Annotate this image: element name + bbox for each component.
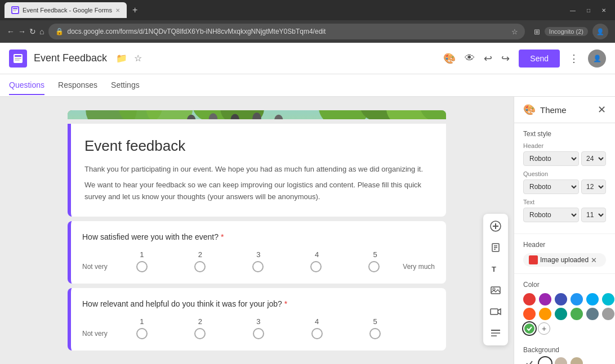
color-swatch-blue[interactable] — [571, 293, 583, 305]
color-swatch-light-blue[interactable] — [586, 293, 599, 305]
radio-2-2[interactable] — [194, 328, 206, 339]
back-button[interactable]: ← — [7, 27, 15, 36]
add-video-button[interactable] — [485, 302, 506, 322]
radio-1-2[interactable] — [194, 261, 206, 272]
extensions-icon[interactable]: ⊞ — [534, 28, 540, 36]
import-questions-button[interactable] — [485, 237, 506, 258]
color-section: Color + — [514, 274, 615, 341]
incognito-badge: Incognito (2) — [545, 27, 588, 36]
question-card-1: How satisfied were you with the event? *… — [68, 221, 446, 284]
text-style-label: Text style — [523, 130, 606, 138]
add-question-button[interactable] — [485, 216, 506, 236]
tab-close-btn[interactable]: ✕ — [115, 7, 120, 14]
header-font-label: Header — [523, 142, 606, 149]
form-description-2: We want to hear your feedback so we can … — [84, 179, 433, 203]
tab-favicon — [11, 6, 19, 14]
close-window-button[interactable]: ✕ — [597, 6, 610, 15]
redo-icon[interactable]: ↪ — [501, 52, 510, 65]
radio-2-1[interactable] — [136, 328, 148, 339]
bg-swatch-beige[interactable] — [555, 357, 567, 364]
color-swatch-deep-orange[interactable] — [523, 308, 536, 320]
radio-2-3[interactable] — [253, 328, 264, 339]
tab-title: Event Feedback - Google Forms — [23, 7, 112, 14]
text-font-label: Text — [523, 199, 606, 205]
toolbar: T — [483, 214, 508, 345]
send-button[interactable]: Send — [519, 50, 560, 68]
add-section-button[interactable] — [485, 323, 506, 343]
forms-logo-icon — [12, 53, 24, 64]
scale-num-1: 1 — [131, 250, 153, 259]
scale-label-low-2: Not very — [82, 330, 113, 338]
add-custom-color-button[interactable]: + — [538, 322, 550, 335]
undo-icon[interactable]: ↩ — [484, 52, 492, 65]
header-icons: 🎨 👁 ↩ ↪ Send ⋮ 👤 — [443, 50, 606, 68]
header-size-select[interactable]: 24 — [581, 151, 606, 166]
radio-2-4[interactable] — [311, 328, 323, 339]
add-title-button[interactable]: T — [485, 259, 506, 279]
tab-responses[interactable]: Responses — [58, 76, 97, 95]
palette-icon[interactable]: 🎨 — [443, 52, 456, 65]
color-swatch-blue-grey[interactable] — [586, 308, 599, 320]
svg-rect-7 — [15, 58, 21, 59]
theme-close-button[interactable]: ✕ — [598, 104, 606, 116]
forward-button[interactable]: → — [18, 27, 26, 36]
profile-avatar[interactable]: 👤 — [592, 24, 608, 39]
browser-chrome: Event Feedback - Google Forms ✕ + — □ ✕ — [0, 0, 615, 20]
app-header: Event Feedback 📁 ☆ 🎨 👁 ↩ ↪ Send ⋮ 👤 — [0, 43, 615, 74]
bg-swatch-white[interactable] — [539, 357, 551, 364]
color-swatch-orange[interactable] — [539, 308, 551, 320]
bg-swatch-tan[interactable] — [571, 357, 583, 364]
text-size-select[interactable]: 11 — [581, 208, 606, 222]
question-1-text: How satisfied were you with the event? * — [82, 232, 435, 241]
color-swatch-purple[interactable] — [539, 293, 551, 305]
picnic-scene — [68, 110, 446, 119]
required-indicator-2: * — [284, 299, 287, 308]
radio-1-1[interactable] — [136, 261, 148, 272]
question-font-select[interactable]: Roboto — [523, 179, 579, 194]
theme-header: 🎨 Theme ✕ — [514, 97, 615, 123]
color-swatch-grey[interactable] — [602, 308, 614, 320]
address-bar[interactable]: 🔒 docs.google.com/forms/d/1NQDvTQ8lfdX6Y… — [48, 24, 524, 39]
minimize-button[interactable]: — — [565, 6, 580, 15]
color-swatch-cyan[interactable] — [602, 293, 614, 305]
radio-1-5[interactable] — [368, 261, 380, 272]
add-image-button[interactable] — [485, 280, 506, 300]
reload-button[interactable]: ↻ — [29, 27, 36, 36]
bookmark-icon[interactable]: ☆ — [134, 53, 142, 64]
color-swatch-red[interactable] — [523, 293, 536, 305]
color-swatch-teal[interactable] — [555, 308, 567, 320]
new-tab-button[interactable]: + — [129, 4, 141, 16]
radio-2-5[interactable] — [369, 328, 381, 339]
folder-icon[interactable]: 📁 — [116, 53, 127, 64]
radio-1-4[interactable] — [310, 261, 322, 272]
question-card-2: How relevant and helpful do you think it… — [68, 288, 446, 350]
bg-swatches — [523, 357, 606, 364]
main-area: Event feedback Thank you for participati… — [0, 97, 615, 364]
selected-color-swatch[interactable] — [523, 322, 536, 335]
svg-rect-8 — [15, 60, 20, 61]
color-swatch-green[interactable] — [571, 308, 583, 320]
user-avatar[interactable]: 👤 — [588, 50, 606, 68]
active-tab[interactable]: Event Feedback - Google Forms ✕ — [5, 2, 127, 18]
text-style-section: Text style Header Roboto 24 Question Rob… — [514, 123, 615, 234]
form-header-image — [68, 110, 446, 119]
radio-1-3[interactable] — [252, 261, 264, 272]
profile-area: ⊞ Incognito (2) 👤 — [534, 24, 608, 39]
scale2-num-1: 1 — [131, 317, 153, 326]
preview-icon[interactable]: 👁 — [465, 52, 475, 64]
scale-label-low-1: Not very — [82, 263, 113, 271]
more-options-icon[interactable]: ⋮ — [569, 52, 579, 65]
star-address-icon[interactable]: ☆ — [511, 28, 518, 36]
header-font-select[interactable]: Roboto — [523, 151, 579, 166]
text-font-select[interactable]: Roboto — [523, 208, 579, 222]
tab-settings[interactable]: Settings — [111, 76, 140, 95]
color-swatch-indigo[interactable] — [555, 293, 567, 305]
image-chip-icon — [529, 255, 538, 264]
image-chip-close-button[interactable]: ✕ — [591, 256, 597, 264]
scale-num-5: 5 — [364, 250, 386, 259]
maximize-button[interactable]: □ — [582, 6, 595, 15]
question-size-select[interactable]: 12 — [581, 179, 606, 194]
home-button[interactable]: ⌂ — [39, 27, 44, 36]
form-title-card: Event feedback Thank you for participati… — [68, 124, 446, 217]
tab-questions[interactable]: Questions — [9, 76, 44, 95]
